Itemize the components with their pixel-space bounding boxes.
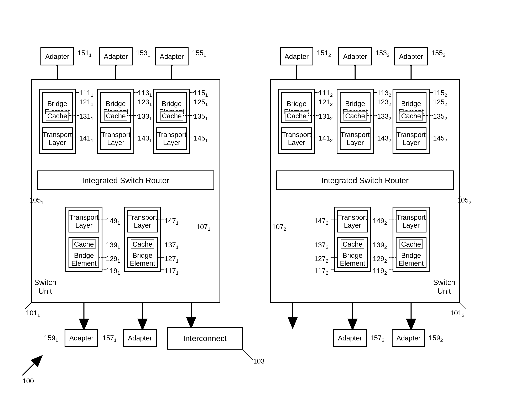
cache-box: Cache bbox=[131, 239, 154, 249]
interconnect-ref: 103 bbox=[253, 357, 265, 365]
transport-layer-box: TransportLayer bbox=[396, 210, 426, 232]
module-ref: 1112 bbox=[319, 89, 333, 98]
leader-line bbox=[161, 270, 164, 270]
cache-box: Cache bbox=[160, 111, 183, 120]
leader-line bbox=[76, 92, 79, 93]
bridge-ref: 1292 bbox=[373, 255, 387, 264]
transport-ref: 1432 bbox=[377, 134, 391, 143]
figure-ref: 100 bbox=[22, 377, 34, 385]
leader-line bbox=[389, 220, 396, 220]
leader-line bbox=[99, 257, 106, 258]
isr-ref: 1051 bbox=[29, 196, 43, 205]
leader-line bbox=[389, 244, 399, 244]
adapter-box: Adapter bbox=[338, 47, 372, 65]
bridge-element-label: BridgeElement bbox=[339, 251, 366, 267]
transport-layer-box: TransportLayer bbox=[396, 128, 426, 150]
cache-box: Cache bbox=[343, 111, 367, 120]
bridge-element-label: BridgeElement bbox=[397, 251, 425, 267]
cache-ref: 1332 bbox=[377, 112, 391, 121]
bridge-ref: 1212 bbox=[319, 98, 333, 107]
leader-line bbox=[69, 115, 79, 116]
cache-box: Cache bbox=[104, 111, 127, 120]
bridge-ref: 1291 bbox=[106, 255, 120, 264]
leader-line bbox=[430, 92, 433, 93]
leader-line bbox=[374, 92, 377, 93]
cache-ref: 1351 bbox=[194, 112, 208, 121]
svg-line-4 bbox=[25, 303, 31, 309]
leader-line bbox=[423, 115, 433, 116]
adapter-box: Adapter bbox=[333, 329, 367, 347]
leader-line bbox=[99, 220, 106, 220]
adapter-ref: 1552 bbox=[431, 49, 446, 58]
cache-box: Cache bbox=[46, 111, 69, 120]
transport-layer-box: TransportLayer bbox=[156, 128, 187, 150]
transport-ref: 1471 bbox=[164, 217, 179, 226]
leader-line bbox=[158, 220, 164, 220]
adapter-ref: 1511 bbox=[77, 49, 92, 58]
leader-line bbox=[73, 101, 79, 101]
transport-ref: 1491 bbox=[106, 217, 120, 226]
adapter-ref: 1532 bbox=[375, 49, 389, 58]
bridge-ref: 1231 bbox=[138, 98, 152, 107]
leader-line bbox=[426, 137, 433, 137]
interconnect-link-ref: 1071 bbox=[196, 223, 210, 232]
cache-ref: 1312 bbox=[319, 112, 333, 121]
transport-ref: 1492 bbox=[373, 217, 387, 226]
bridge-ref: 1251 bbox=[194, 98, 208, 107]
adapter-ref: 1591 bbox=[44, 334, 58, 343]
module-ref: 1191 bbox=[106, 267, 120, 276]
bridge-element-label: BridgeElement bbox=[129, 251, 156, 267]
leader-line bbox=[308, 115, 319, 116]
bridge-ref: 1211 bbox=[79, 98, 93, 107]
leader-line bbox=[127, 115, 138, 116]
module-ref: 1151 bbox=[194, 89, 208, 98]
adapter-ref: 1531 bbox=[136, 49, 150, 58]
leader-line bbox=[96, 244, 106, 244]
leader-line bbox=[73, 137, 79, 137]
module-ref: 1171 bbox=[164, 267, 179, 276]
module-ref: 1132 bbox=[377, 89, 391, 98]
adapter-box: Adapter bbox=[123, 329, 157, 347]
leader-line bbox=[315, 92, 319, 93]
leader-line bbox=[331, 220, 337, 220]
cache-box: Cache bbox=[399, 239, 423, 249]
adapter-ref: 1551 bbox=[192, 49, 206, 58]
module-ref: 1131 bbox=[138, 89, 152, 98]
adapter-box: Adapter bbox=[280, 47, 313, 65]
isr-box: Integrated Switch Router bbox=[37, 171, 214, 190]
adapter-box: Adapter bbox=[40, 47, 74, 65]
leader-line bbox=[134, 92, 138, 93]
interconnect-link-ref: 1072 bbox=[272, 223, 286, 232]
leader-line bbox=[331, 244, 341, 244]
svg-line-17 bbox=[460, 303, 466, 309]
leader-line bbox=[131, 101, 138, 101]
adapter-ref: 1571 bbox=[103, 334, 117, 343]
leader-line bbox=[367, 115, 377, 116]
leader-line bbox=[371, 101, 377, 101]
leader-line bbox=[158, 257, 164, 258]
switch-unit-label: SwitchUnit bbox=[433, 278, 455, 295]
adapter-ref: 1572 bbox=[370, 334, 384, 343]
switch-unit-label: SwitchUnit bbox=[34, 278, 56, 295]
leader-line bbox=[426, 101, 433, 101]
leader-line bbox=[187, 137, 194, 137]
transport-ref: 1431 bbox=[138, 134, 152, 143]
adapter-box: Adapter bbox=[65, 329, 98, 347]
transport-layer-box: TransportLayer bbox=[100, 128, 131, 150]
module-ref: 1111 bbox=[79, 89, 93, 98]
diagram-canvas: 100Interconnect103Adapter1511Adapter1531… bbox=[0, 0, 521, 420]
adapter-ref: 1512 bbox=[317, 49, 331, 58]
svg-line-0 bbox=[243, 350, 253, 360]
leader-line bbox=[187, 101, 194, 101]
cache-box: Cache bbox=[399, 111, 423, 120]
leader-line bbox=[190, 92, 194, 93]
transport-ref: 1411 bbox=[79, 134, 93, 143]
cache-ref: 1372 bbox=[314, 241, 328, 250]
bridge-element-label: BridgeElement bbox=[70, 251, 98, 267]
module-ref: 1152 bbox=[433, 89, 447, 98]
transport-layer-box: TransportLayer bbox=[127, 210, 158, 232]
cache-ref: 1352 bbox=[433, 112, 447, 121]
transport-layer-box: TransportLayer bbox=[340, 128, 371, 150]
cache-box: Cache bbox=[285, 111, 308, 120]
transport-ref: 1451 bbox=[194, 134, 208, 143]
